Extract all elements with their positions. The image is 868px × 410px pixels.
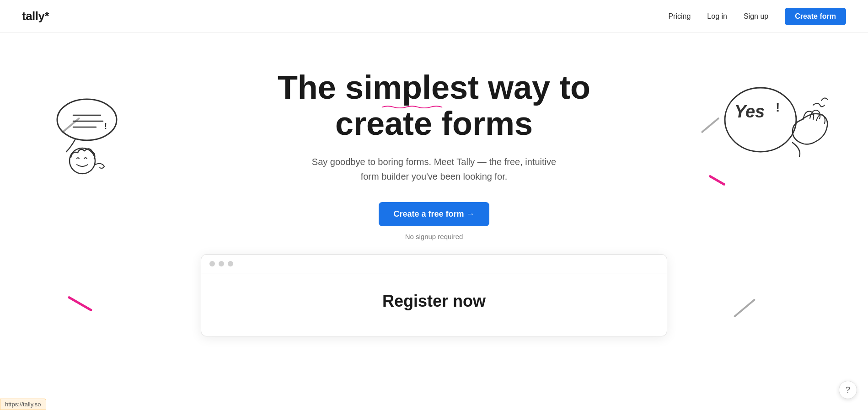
hero-title-highlight: simplest: [345, 69, 479, 106]
doodle-left: !: [37, 88, 128, 181]
dash-decoration-pink-bl: [68, 296, 92, 311]
svg-text:!: !: [776, 100, 780, 114]
dash-decoration-gray-br: [734, 298, 756, 318]
nav-pricing[interactable]: Pricing: [668, 12, 691, 21]
svg-point-6: [725, 88, 796, 152]
browser-dot-2: [219, 261, 224, 266]
hero-subtitle: Say goodbye to boring forms. Meet Tally …: [306, 154, 562, 184]
nav-login[interactable]: Log in: [707, 12, 727, 21]
help-button[interactable]: ?: [839, 381, 857, 399]
logo[interactable]: tally*: [22, 9, 49, 23]
browser-mockup: Register now: [201, 254, 667, 336]
dash-decoration-tr: [701, 117, 720, 133]
nav-create-form-button[interactable]: Create form: [785, 8, 846, 25]
hero-cta-container: Create a free form → No signup required: [22, 202, 846, 240]
browser-dot-3: [228, 261, 233, 266]
doodle-right: Yes !: [722, 79, 841, 172]
navbar: tally* Pricing Log in Sign up Create for…: [0, 0, 868, 33]
nav-links: Pricing Log in Sign up Create form: [668, 8, 846, 25]
browser-dot-1: [209, 261, 215, 266]
browser-content: Register now: [201, 273, 667, 333]
hero-section: ! Yes !: [0, 33, 868, 364]
dash-decoration-pink-br: [708, 175, 725, 186]
hero-no-signup: No signup required: [22, 233, 846, 240]
svg-text:!: !: [104, 122, 107, 131]
hero-title: The simplest way to create forms: [228, 69, 640, 142]
register-heading: Register now: [223, 292, 645, 311]
svg-text:Yes: Yes: [734, 102, 765, 121]
browser-bar: [201, 255, 667, 273]
hero-cta-button[interactable]: Create a free form →: [379, 202, 489, 226]
nav-signup[interactable]: Sign up: [744, 12, 768, 21]
dash-decoration-tl: [62, 117, 80, 133]
url-tooltip: https://tally.so: [0, 399, 46, 410]
svg-point-0: [57, 99, 117, 140]
svg-point-5: [70, 148, 95, 174]
